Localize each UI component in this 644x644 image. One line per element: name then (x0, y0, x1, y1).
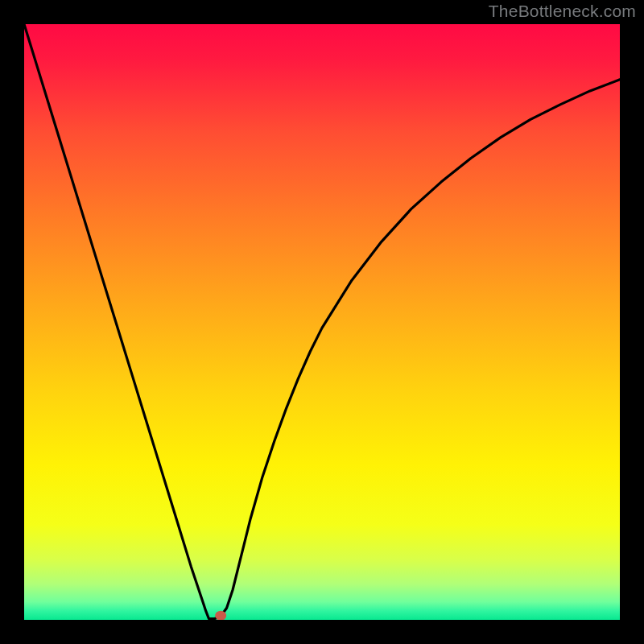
watermark-text: TheBottleneck.com (489, 2, 636, 21)
chart-svg (24, 24, 620, 620)
gradient-background (24, 24, 620, 620)
chart-container: TheBottleneck.com (0, 0, 644, 644)
plot-frame (24, 24, 620, 620)
